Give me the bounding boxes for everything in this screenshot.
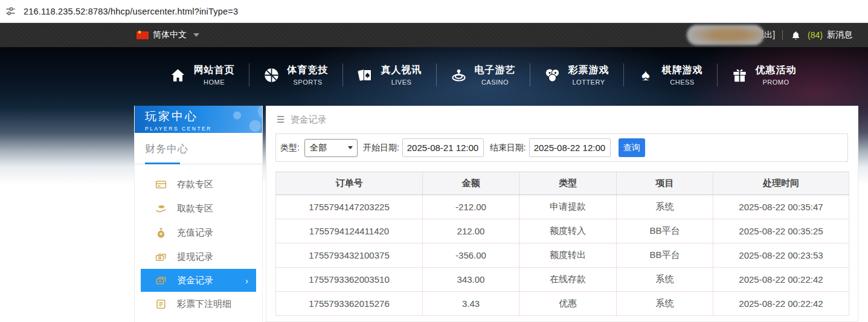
money-bag-icon [155, 227, 167, 239]
bank-card-icon [155, 179, 167, 190]
bell-icon[interactable] [791, 30, 800, 40]
lottery-balls-icon [544, 67, 561, 83]
sidebar-menu: 存款专区 取款专区 充值记录 [135, 172, 262, 322]
sidebar-item-withdraw-zone[interactable]: 取款专区 [135, 196, 262, 221]
sidebar-item-recharge-records[interactable]: 充值记录 [135, 221, 262, 245]
message-count-badge[interactable]: (84) [808, 30, 823, 40]
col-amount: 金额 [423, 172, 519, 195]
funds-records-panel: ☰ 资金记录 类型: 全部 开始日期: 结束日期: 查询 订单号 金额 类型 项… [266, 106, 858, 322]
page-title-bar: ☰ 资金记录 [266, 106, 858, 133]
sidebar-item-withdrawal-records[interactable]: 提现记录 [135, 245, 262, 269]
nav-item-casino[interactable]: 电子游艺 CASINO [437, 64, 530, 86]
home-icon [170, 67, 186, 83]
sidebar-item-deposit-zone[interactable]: 存款专区 [135, 172, 262, 196]
funds-records-table: 订单号 金额 类型 项目 处理时间 1755794147203225 -212.… [275, 172, 849, 316]
table-row: 1755794124411420 212.00 额度转入 BB平台 2025-0… [276, 219, 849, 243]
coins-icon [155, 275, 167, 286]
roulette-icon [451, 67, 467, 83]
col-project: 项目 [617, 172, 713, 195]
table-header-row: 订单号 金额 类型 项目 处理时间 [276, 172, 849, 195]
sidebar-item-funds-records[interactable]: 资金记录 › [141, 269, 256, 292]
browser-address-bar[interactable]: 216.118.235.52:8783/hhcp/usercenter.html… [0, 0, 868, 23]
hand-money-icon [155, 203, 167, 214]
nav-item-lives[interactable]: 真人视讯 LIVES [343, 64, 436, 86]
chevron-down-icon [193, 33, 199, 37]
nav-item-promo[interactable]: 优惠活动 PROMO [718, 64, 811, 86]
table-row: 1755793432100375 -356.00 额度转出 BB平台 2025-… [276, 243, 849, 268]
nav-item-chess[interactable]: ♠ 棋牌游戏 CHESS [624, 64, 717, 86]
sidebar-item-lottery-bet-details[interactable]: 彩票下注明细 [135, 292, 262, 316]
sidebar-header: 玩家中心 PLAYERS CENTER [135, 106, 262, 133]
basketball-icon [263, 67, 280, 83]
main-nav: 网站首页 HOME 体育竞技 SPORTS 真人视讯 LIVES 电子游艺 [0, 47, 868, 103]
spade-icon: ♠ [638, 67, 654, 83]
chevron-right-icon: › [245, 275, 248, 286]
table-row: 1755793362015276 3.43 优惠 系统 2025-08-22 0… [276, 292, 849, 316]
end-date-label: 结束日期: [490, 143, 526, 153]
nav-item-home[interactable]: 网站首页 HOME [156, 64, 249, 86]
gift-icon [731, 67, 748, 83]
nav-item-lottery[interactable]: 彩票游戏 LOTTERY [530, 64, 623, 86]
type-select[interactable]: 全部 [304, 139, 358, 157]
end-date-input[interactable] [529, 138, 611, 157]
col-order-no: 订单号 [276, 172, 423, 195]
redacted-username [687, 25, 764, 45]
document-icon [155, 298, 167, 310]
sidebar-subtitle: PLAYERS CENTER [145, 126, 262, 132]
sidebar-title: 玩家中心 [145, 109, 262, 124]
site-permissions-icon[interactable] [5, 6, 16, 16]
playing-cards-icon [357, 67, 373, 83]
page-title: 资金记录 [290, 114, 326, 126]
divider [782, 30, 783, 40]
table-row: 1755793362003510 343.00 在线存款 系统 2025-08-… [276, 268, 849, 292]
cash-notes-icon [155, 251, 167, 263]
start-date-input[interactable] [402, 138, 484, 157]
cn-flag-icon [137, 31, 149, 39]
site-topbar: 简体中文 退出] (84) 新消息 [0, 23, 868, 47]
sidebar-item-yabao-bet-records[interactable]: 压宝投注记录 [135, 316, 262, 322]
nav-item-sports[interactable]: 体育竞技 SPORTS [249, 64, 342, 86]
table-row: 1755794147203225 -212.00 申请提款 系统 2025-08… [276, 195, 849, 219]
sidebar-section-title: 财务中心 [135, 133, 262, 156]
hamburger-icon: ☰ [277, 114, 285, 125]
select-caret-icon [348, 146, 353, 149]
url-text[interactable]: 216.118.235.52:8783/hhcp/usercenter.html… [24, 7, 238, 16]
search-button[interactable]: 查询 [619, 138, 645, 157]
section-underline [135, 163, 262, 164]
new-messages-link[interactable]: 新消息 [827, 30, 852, 40]
language-selector[interactable]: 简体中文 [137, 23, 199, 47]
filter-bar: 类型: 全部 开始日期: 结束日期: 查询 [275, 134, 848, 162]
type-label: 类型: [280, 143, 300, 153]
player-center-sidebar: 玩家中心 PLAYERS CENTER 财务中心 存款专区 取款专区 [134, 106, 263, 322]
start-date-label: 开始日期: [363, 143, 399, 153]
language-label: 简体中文 [153, 30, 187, 40]
col-type: 类型 [519, 172, 617, 195]
col-process-time: 处理时间 [713, 172, 849, 195]
